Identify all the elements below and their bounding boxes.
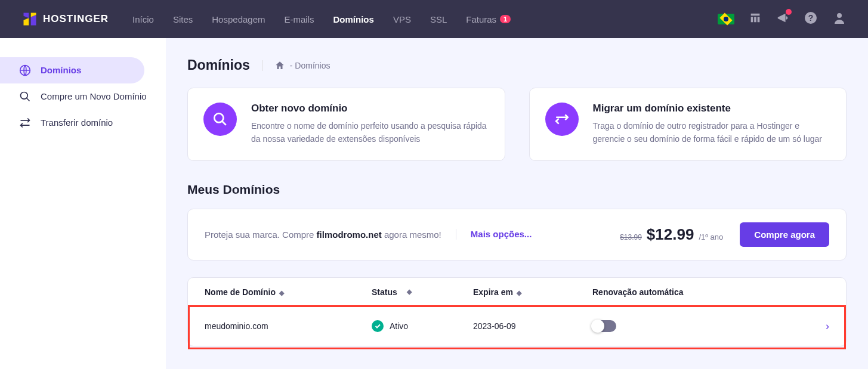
- search-icon: [19, 91, 31, 103]
- transfer-circle-icon: [545, 103, 579, 136]
- breadcrumb[interactable]: - Domínios: [262, 60, 330, 71]
- page-title: Domínios: [187, 57, 250, 73]
- brand-name: HOSTINGER: [43, 13, 109, 25]
- nav-ssl[interactable]: SSL: [430, 14, 447, 24]
- sidebar-item-label: Transferir domínio: [41, 117, 113, 129]
- svg-text:?: ?: [808, 13, 814, 23]
- domain-status-cell: Ativo: [372, 320, 473, 332]
- nav-emails[interactable]: E-mails: [285, 14, 314, 24]
- brand-logo[interactable]: HOSTINGER: [21, 11, 109, 27]
- sidebar-item-label: Domínios: [41, 64, 81, 76]
- sidebar-item-transferir[interactable]: Transferir domínio: [0, 110, 166, 136]
- sidebar-item-compre-dominio[interactable]: Compre um Novo Domínio: [0, 83, 166, 110]
- col-header-status[interactable]: Status◆: [372, 287, 473, 297]
- notification-dot-icon: [786, 9, 792, 15]
- card-title: Obter novo domínio: [251, 103, 489, 114]
- card-obter-dominio[interactable]: Obter novo domínio Encontre o nome de do…: [187, 88, 505, 161]
- sidebar: Domínios Compre um Novo Domínio Transfer…: [0, 38, 166, 369]
- sidebar-item-dominios[interactable]: Domínios: [0, 57, 144, 83]
- card-desc: Traga o domínio de outro registrador par…: [593, 119, 831, 146]
- promo-card: Proteja sua marca. Compre filmodromo.net…: [187, 209, 847, 261]
- faturas-badge: 1: [500, 15, 511, 23]
- sidebar-item-label: Compre um Novo Domínio: [41, 91, 147, 103]
- svg-point-5: [214, 113, 223, 122]
- sort-icon: ◆: [517, 289, 521, 297]
- locale-flag-icon[interactable]: [718, 14, 734, 24]
- new-price: $12.99: [647, 225, 694, 244]
- nav-faturas[interactable]: Faturas 1: [466, 14, 511, 24]
- profile-icon[interactable]: [832, 11, 847, 27]
- sort-icon: ◆: [407, 288, 412, 296]
- hostinger-logo-icon: [21, 11, 38, 27]
- nav-inicio[interactable]: Início: [132, 14, 154, 24]
- sort-icon: ◆: [279, 289, 284, 297]
- promo-price: $13.99 $12.99/1º ano: [620, 225, 723, 244]
- store-icon[interactable]: [749, 11, 762, 27]
- chevron-right-icon: ›: [826, 320, 829, 332]
- nav-vps[interactable]: VPS: [393, 14, 411, 24]
- action-cards-row: Obter novo domínio Encontre o nome de do…: [187, 88, 847, 161]
- col-header-expires[interactable]: Expira em◆: [473, 287, 592, 297]
- transfer-icon: [19, 117, 31, 129]
- price-period: /1º ano: [699, 232, 723, 241]
- card-title: Migrar um domínio existente: [593, 103, 831, 114]
- check-circle-icon: [372, 320, 384, 332]
- table-header-row: Nome de Domínio◆ Status◆ Expira em◆ Reno…: [188, 278, 846, 307]
- main-header: HOSTINGER Início Sites Hospedagem E-mail…: [0, 0, 868, 38]
- search-circle-icon: [203, 103, 237, 136]
- content-area: Domínios - Domínios Obter novo domínio E…: [166, 38, 868, 369]
- main-nav: Início Sites Hospedagem E-mails Domínios…: [132, 14, 718, 24]
- svg-point-4: [21, 92, 28, 100]
- domain-renew-cell: [592, 320, 811, 332]
- promo-text: Proteja sua marca. Compre filmodromo.net…: [205, 230, 441, 240]
- breadcrumb-text: - Domínios: [290, 61, 330, 70]
- svg-point-2: [837, 13, 842, 18]
- domain-expires-cell: 2023-06-09: [473, 321, 592, 331]
- header-actions: ?: [718, 11, 847, 27]
- nav-sites[interactable]: Sites: [173, 14, 193, 24]
- old-price: $13.99: [620, 233, 642, 241]
- row-expand[interactable]: ›: [811, 320, 829, 333]
- col-header-renew: Renovação automática: [592, 287, 811, 297]
- section-title-meus-dominios: Meus Domínios: [187, 182, 847, 197]
- buy-now-button[interactable]: Compre agora: [740, 222, 829, 247]
- announcements-icon[interactable]: [776, 11, 789, 27]
- domains-table: Nome de Domínio◆ Status◆ Expira em◆ Reno…: [187, 277, 847, 346]
- table-row[interactable]: meudominio.com Ativo 2023-06-09 ›: [188, 307, 846, 346]
- nav-dominios[interactable]: Domínios: [333, 14, 374, 24]
- auto-renew-toggle[interactable]: [592, 320, 616, 332]
- help-icon[interactable]: ?: [804, 11, 818, 27]
- card-migrar-dominio[interactable]: Migrar um domínio existente Traga o domí…: [529, 88, 847, 161]
- card-desc: Encontre o nome de domínio perfeito usan…: [251, 119, 489, 146]
- home-icon: [274, 60, 285, 71]
- promo-more-link[interactable]: Mais opções...: [456, 229, 546, 240]
- nav-hospedagem[interactable]: Hospedagem: [212, 14, 265, 24]
- domain-name-cell: meudominio.com: [205, 321, 372, 331]
- globe-icon: [19, 64, 31, 76]
- page-header: Domínios - Domínios: [187, 57, 847, 73]
- col-header-name[interactable]: Nome de Domínio◆: [205, 287, 372, 297]
